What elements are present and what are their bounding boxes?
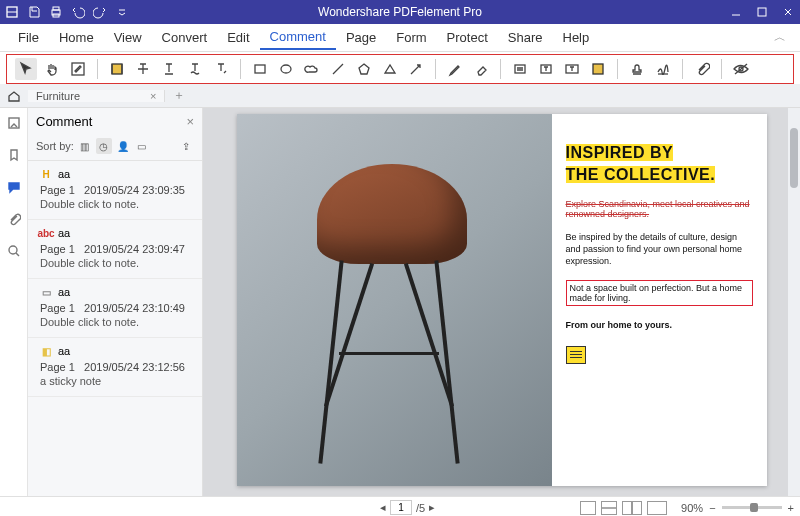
undo-icon[interactable] bbox=[70, 4, 86, 20]
caret-icon[interactable] bbox=[210, 58, 232, 80]
typewriter-icon[interactable] bbox=[535, 58, 557, 80]
comment-item[interactable]: abcaaPage 1 2019/05/24 23:09:47Double cl… bbox=[28, 220, 202, 279]
zoom-slider-handle[interactable] bbox=[750, 503, 758, 512]
squiggly-icon[interactable] bbox=[184, 58, 206, 80]
search-rail-icon[interactable] bbox=[5, 242, 23, 260]
pencil-icon[interactable] bbox=[444, 58, 466, 80]
two-page-view-icon[interactable] bbox=[622, 501, 642, 515]
page-number-input[interactable] bbox=[390, 500, 412, 515]
document-tabbar: Furniture × ＋ bbox=[0, 84, 800, 108]
vertical-scrollbar[interactable] bbox=[788, 108, 800, 496]
menu-convert[interactable]: Convert bbox=[152, 26, 218, 49]
bookmarks-rail-icon[interactable] bbox=[5, 146, 23, 164]
comment-list: HaaPage 1 2019/05/24 23:09:35Double clic… bbox=[28, 161, 202, 496]
zoom-out-icon[interactable]: − bbox=[709, 502, 715, 514]
arrow-shape-icon[interactable] bbox=[405, 58, 427, 80]
thumbnails-rail-icon[interactable] bbox=[5, 114, 23, 132]
stamp-icon[interactable] bbox=[626, 58, 648, 80]
hide-annotations-icon[interactable] bbox=[730, 58, 752, 80]
chair-illustration bbox=[287, 134, 497, 464]
zoom-slider[interactable] bbox=[722, 506, 782, 509]
sticky-note-icon[interactable] bbox=[509, 58, 531, 80]
comment-author: aa bbox=[58, 286, 70, 298]
minimize-button[interactable] bbox=[728, 4, 744, 20]
menu-home[interactable]: Home bbox=[49, 26, 104, 49]
zoom-value: 90% bbox=[681, 502, 703, 514]
oval-shape-icon[interactable] bbox=[275, 58, 297, 80]
signature-line: From our home to yours. bbox=[566, 320, 753, 330]
comment-item[interactable]: HaaPage 1 2019/05/24 23:09:35Double clic… bbox=[28, 161, 202, 220]
polygon-shape-icon[interactable] bbox=[353, 58, 375, 80]
comment-text: Double click to note. bbox=[40, 198, 194, 210]
continuous-view-icon[interactable] bbox=[601, 501, 617, 515]
comment-item[interactable]: ◧aaPage 1 2019/05/24 23:12:56a sticky no… bbox=[28, 338, 202, 397]
document-viewport[interactable]: INSPIRED BY THE COLLECTIVE. Explore Scan… bbox=[203, 108, 800, 496]
menu-view[interactable]: View bbox=[104, 26, 152, 49]
redo-icon[interactable] bbox=[92, 4, 108, 20]
highlight-icon[interactable] bbox=[106, 58, 128, 80]
next-page-icon[interactable]: ▸ bbox=[429, 501, 435, 514]
sort-type-icon[interactable]: ▭ bbox=[134, 138, 150, 154]
comment-time: 2019/05/24 23:10:49 bbox=[84, 302, 185, 314]
document-tab-label: Furniture bbox=[36, 90, 80, 102]
textbox-icon[interactable] bbox=[561, 58, 583, 80]
sticky-note-annotation[interactable] bbox=[566, 346, 586, 364]
qat-dropdown-icon[interactable] bbox=[114, 4, 130, 20]
sort-time-icon[interactable]: ◷ bbox=[96, 138, 112, 154]
two-page-continuous-icon[interactable] bbox=[647, 501, 667, 515]
menu-help[interactable]: Help bbox=[553, 26, 600, 49]
left-rail bbox=[0, 108, 28, 496]
headline-line1: INSPIRED BY bbox=[566, 144, 674, 161]
svg-rect-9 bbox=[515, 65, 525, 73]
attachment-icon[interactable] bbox=[691, 58, 713, 80]
sort-author-icon[interactable]: 👤 bbox=[115, 138, 131, 154]
new-tab-icon[interactable]: ＋ bbox=[165, 87, 193, 104]
underline-icon[interactable] bbox=[158, 58, 180, 80]
strikethrough-annotation[interactable]: Explore Scandinavia, meet local creative… bbox=[566, 199, 753, 219]
maximize-button[interactable] bbox=[754, 4, 770, 20]
statusbar: ◂ /5 ▸ 90% − + bbox=[0, 496, 800, 516]
strikethrough-icon[interactable] bbox=[132, 58, 154, 80]
edit-annotation-icon[interactable] bbox=[67, 58, 89, 80]
scrollbar-thumb[interactable] bbox=[790, 128, 798, 188]
comments-rail-icon[interactable] bbox=[5, 178, 23, 196]
close-button[interactable] bbox=[780, 4, 796, 20]
menu-form[interactable]: Form bbox=[386, 26, 436, 49]
pdf-page: INSPIRED BY THE COLLECTIVE. Explore Scan… bbox=[237, 114, 767, 486]
ribbon-collapse-icon[interactable]: ︿ bbox=[768, 29, 792, 46]
cloud-shape-icon[interactable] bbox=[301, 58, 323, 80]
print-icon[interactable] bbox=[48, 4, 64, 20]
panel-title: Comment bbox=[36, 114, 92, 129]
comments-panel: Comment × Sort by: ▥ ◷ 👤 ▭ ⇪ HaaPage 1 2… bbox=[28, 108, 203, 496]
menu-protect[interactable]: Protect bbox=[437, 26, 498, 49]
eraser-icon[interactable] bbox=[470, 58, 492, 80]
line-shape-icon[interactable] bbox=[327, 58, 349, 80]
menu-file[interactable]: File bbox=[8, 26, 49, 49]
svg-point-15 bbox=[9, 246, 17, 254]
single-page-view-icon[interactable] bbox=[580, 501, 596, 515]
panel-close-icon[interactable]: × bbox=[186, 114, 194, 129]
rectangle-annotation[interactable]: Not a space built on perfection. But a h… bbox=[566, 280, 753, 306]
menu-comment[interactable]: Comment bbox=[260, 25, 336, 50]
home-icon[interactable] bbox=[0, 89, 28, 103]
menubar: File Home View Convert Edit Comment Page… bbox=[0, 24, 800, 52]
save-icon[interactable] bbox=[26, 4, 42, 20]
document-tab[interactable]: Furniture × bbox=[28, 90, 165, 102]
close-tab-icon[interactable]: × bbox=[150, 90, 156, 102]
menu-share[interactable]: Share bbox=[498, 26, 553, 49]
attachments-rail-icon[interactable] bbox=[5, 210, 23, 228]
select-tool-icon[interactable] bbox=[15, 58, 37, 80]
comment-item[interactable]: ▭aaPage 1 2019/05/24 23:10:49Double clic… bbox=[28, 279, 202, 338]
prev-page-icon[interactable]: ◂ bbox=[380, 501, 386, 514]
zoom-in-icon[interactable]: + bbox=[788, 502, 794, 514]
export-comments-icon[interactable]: ⇪ bbox=[178, 138, 194, 154]
sort-page-icon[interactable]: ▥ bbox=[77, 138, 93, 154]
menu-page[interactable]: Page bbox=[336, 26, 386, 49]
connected-lines-icon[interactable] bbox=[379, 58, 401, 80]
menu-edit[interactable]: Edit bbox=[217, 26, 259, 49]
headline-line2: THE COLLECTIVE. bbox=[566, 166, 716, 183]
area-highlight-icon[interactable] bbox=[587, 58, 609, 80]
signature-icon[interactable] bbox=[652, 58, 674, 80]
hand-tool-icon[interactable] bbox=[41, 58, 63, 80]
rectangle-shape-icon[interactable] bbox=[249, 58, 271, 80]
